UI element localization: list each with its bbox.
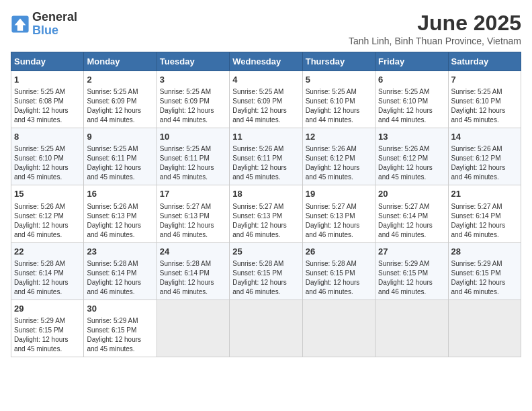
calendar-day-21: 21Sunrise: 5:27 AMSunset: 6:14 PMDayligh… — [448, 185, 521, 242]
calendar-subtitle: Tanh Linh, Binh Thuan Province, Vietnam — [349, 36, 521, 46]
empty-cell — [375, 300, 448, 357]
empty-cell — [157, 300, 229, 357]
calendar-day-27: 27Sunrise: 5:29 AMSunset: 6:15 PMDayligh… — [375, 242, 448, 300]
header-friday: Friday — [375, 52, 448, 71]
calendar-day-17: 17Sunrise: 5:27 AMSunset: 6:13 PMDayligh… — [157, 185, 229, 242]
calendar-day-18: 18Sunrise: 5:27 AMSunset: 6:13 PMDayligh… — [230, 185, 302, 242]
calendar-day-8: 8Sunrise: 5:25 AMSunset: 6:10 PMDaylight… — [11, 128, 84, 185]
calendar-week-row: 22Sunrise: 5:28 AMSunset: 6:14 PMDayligh… — [11, 242, 521, 300]
calendar-day-30: 30Sunrise: 5:29 AMSunset: 6:15 PMDayligh… — [84, 300, 157, 357]
calendar-day-16: 16Sunrise: 5:26 AMSunset: 6:13 PMDayligh… — [84, 185, 157, 242]
calendar-day-20: 20Sunrise: 5:27 AMSunset: 6:14 PMDayligh… — [375, 185, 448, 242]
calendar-day-19: 19Sunrise: 5:27 AMSunset: 6:13 PMDayligh… — [302, 185, 375, 242]
logo-icon — [11, 15, 30, 34]
header-wednesday: Wednesday — [230, 52, 302, 71]
calendar-day-7: 7Sunrise: 5:25 AMSunset: 6:10 PMDaylight… — [448, 71, 521, 128]
calendar-day-10: 10Sunrise: 5:25 AMSunset: 6:11 PMDayligh… — [157, 128, 229, 185]
calendar-day-28: 28Sunrise: 5:29 AMSunset: 6:15 PMDayligh… — [448, 242, 521, 300]
calendar-day-2: 2Sunrise: 5:25 AMSunset: 6:09 PMDaylight… — [84, 71, 157, 128]
calendar-week-row: 1Sunrise: 5:25 AMSunset: 6:08 PMDaylight… — [11, 71, 521, 128]
calendar-day-12: 12Sunrise: 5:26 AMSunset: 6:12 PMDayligh… — [302, 128, 375, 185]
logo-text: General Blue — [32, 11, 77, 38]
empty-cell — [302, 300, 375, 357]
header-tuesday: Tuesday — [157, 52, 229, 71]
header-saturday: Saturday — [448, 52, 521, 71]
calendar-title-section: June 2025 Tanh Linh, Binh Thuan Province… — [349, 11, 521, 46]
calendar-day-3: 3Sunrise: 5:25 AMSunset: 6:09 PMDaylight… — [157, 71, 229, 128]
empty-cell — [230, 300, 302, 357]
calendar-week-row: 8Sunrise: 5:25 AMSunset: 6:10 PMDaylight… — [11, 128, 521, 185]
calendar-week-row: 29Sunrise: 5:29 AMSunset: 6:15 PMDayligh… — [11, 300, 521, 357]
calendar-day-25: 25Sunrise: 5:28 AMSunset: 6:15 PMDayligh… — [230, 242, 302, 300]
calendar-day-11: 11Sunrise: 5:26 AMSunset: 6:11 PMDayligh… — [230, 128, 302, 185]
logo: General Blue — [11, 11, 77, 38]
calendar-day-4: 4Sunrise: 5:25 AMSunset: 6:09 PMDaylight… — [230, 71, 302, 128]
empty-cell — [448, 300, 521, 357]
calendar-week-row: 15Sunrise: 5:26 AMSunset: 6:12 PMDayligh… — [11, 185, 521, 242]
page-header: General Blue June 2025 Tanh Linh, Binh T… — [11, 11, 521, 46]
calendar-day-9: 9Sunrise: 5:25 AMSunset: 6:11 PMDaylight… — [84, 128, 157, 185]
calendar-day-22: 22Sunrise: 5:28 AMSunset: 6:14 PMDayligh… — [11, 242, 84, 300]
header-monday: Monday — [84, 52, 157, 71]
header-thursday: Thursday — [302, 52, 375, 71]
calendar-day-6: 6Sunrise: 5:25 AMSunset: 6:10 PMDaylight… — [375, 71, 448, 128]
calendar-title: June 2025 — [349, 11, 521, 36]
calendar-day-29: 29Sunrise: 5:29 AMSunset: 6:15 PMDayligh… — [11, 300, 84, 357]
calendar-day-13: 13Sunrise: 5:26 AMSunset: 6:12 PMDayligh… — [375, 128, 448, 185]
calendar-header-row: SundayMondayTuesdayWednesdayThursdayFrid… — [11, 52, 521, 71]
calendar-day-14: 14Sunrise: 5:26 AMSunset: 6:12 PMDayligh… — [448, 128, 521, 185]
calendar-day-1: 1Sunrise: 5:25 AMSunset: 6:08 PMDaylight… — [11, 71, 84, 128]
calendar-day-15: 15Sunrise: 5:26 AMSunset: 6:12 PMDayligh… — [11, 185, 84, 242]
calendar-day-24: 24Sunrise: 5:28 AMSunset: 6:14 PMDayligh… — [157, 242, 229, 300]
calendar-day-23: 23Sunrise: 5:28 AMSunset: 6:14 PMDayligh… — [84, 242, 157, 300]
calendar-day-26: 26Sunrise: 5:28 AMSunset: 6:15 PMDayligh… — [302, 242, 375, 300]
calendar-day-5: 5Sunrise: 5:25 AMSunset: 6:10 PMDaylight… — [302, 71, 375, 128]
header-sunday: Sunday — [11, 52, 84, 71]
calendar-table: SundayMondayTuesdayWednesdayThursdayFrid… — [11, 52, 521, 357]
